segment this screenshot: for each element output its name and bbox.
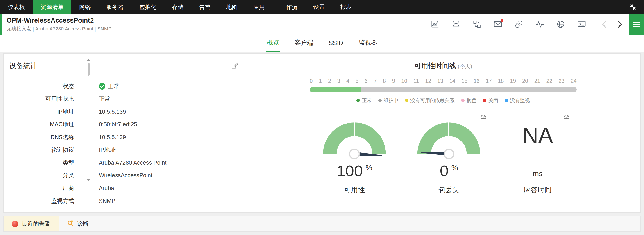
timeline-tick: 12: [425, 78, 431, 84]
page-tab[interactable]: 概览: [266, 39, 280, 51]
link-icon[interactable]: [514, 20, 523, 29]
stat-row: MAC地址 0:50:bf:7:ed:25: [4, 118, 246, 131]
device-subtitle: 无线接入点 | Aruba A7280 Access Point | SNMP: [6, 26, 112, 32]
stat-value: 正常: [108, 82, 119, 90]
globe-icon[interactable]: [556, 20, 565, 29]
timeline-tick: 18: [498, 78, 504, 84]
legend-label: 搁置: [466, 97, 476, 104]
nav-item[interactable]: 应用: [246, 0, 272, 14]
scroll-up-arrow[interactable]: [87, 59, 90, 61]
legend-label: 没有监视: [510, 97, 530, 104]
nav-item[interactable]: 资源清单: [33, 0, 72, 14]
stat-label: MAC地址: [4, 120, 74, 128]
timeline-legend: 正常 维护中 没有可用的依赖关系: [310, 97, 577, 104]
nav-item[interactable]: 虚拟化: [131, 0, 164, 14]
legend-item: 没有可用的依赖关系: [405, 97, 455, 104]
legend-dot: [405, 99, 408, 102]
next-device-button[interactable]: [615, 20, 624, 29]
scrollbar-thumb[interactable]: [88, 63, 90, 76]
status-accent-bar: [0, 14, 2, 35]
stat-value: 10.5.5.139: [99, 134, 126, 140]
nav-items: 仪表板 资源清单 网络 服务器 虚拟化 存储 告警 地图 应用 工作流 设置: [0, 0, 360, 14]
nav-item[interactable]: 报表: [332, 0, 360, 14]
nav-item[interactable]: 网络: [72, 0, 98, 14]
availability-value: 100: [337, 162, 363, 179]
legend-item: 维护中: [378, 97, 398, 104]
stat-value: 0:50:bf:7:ed:25: [99, 121, 137, 128]
header-actions: [430, 20, 629, 29]
timeline-tick: 14: [450, 78, 455, 84]
hamburger-menu-button[interactable]: [629, 14, 644, 35]
timeline-tick: 16: [474, 78, 480, 84]
response-time-value: NA: [502, 113, 573, 156]
availability-metric: 100% 可用性: [314, 113, 396, 195]
nav-item[interactable]: 存储: [164, 0, 191, 14]
page-tab[interactable]: SSID: [328, 40, 344, 51]
timeline-tick: 6: [364, 78, 368, 84]
collapse-icon[interactable]: [628, 3, 638, 12]
stat-row: IP地址 10.5.5.139: [4, 105, 246, 118]
legend-label: 正常: [362, 97, 372, 104]
stat-value: WirelessAccessPoint: [99, 172, 152, 179]
stat-value: 正常: [99, 95, 110, 103]
nav-item[interactable]: 地图: [218, 0, 246, 14]
availability-panel: 可用性时间线(今天) 01234567891011121314151617181…: [246, 54, 640, 212]
device-pager: [600, 20, 624, 29]
timeline-bar[interactable]: [310, 87, 577, 92]
nav-item[interactable]: 工作流: [272, 0, 305, 14]
packet-loss-metric: 0% 包丢失: [408, 113, 490, 195]
timeline-tick: 5: [356, 78, 358, 84]
stat-label: 监视方式: [4, 197, 74, 205]
stat-value: SNMP: [99, 198, 116, 204]
timeline-tick: 4: [346, 78, 349, 84]
device-header: OPM-WirelessAccessPoint2 无线接入点 | Aruba A…: [0, 14, 644, 35]
stats-scrollbar[interactable]: [86, 59, 92, 181]
timeline-tick: 20: [522, 78, 528, 84]
gauge-pivot: [349, 149, 360, 159]
nav-item[interactable]: 服务器: [98, 0, 131, 14]
legend-item: 关闭: [483, 97, 498, 104]
diagnose-tab[interactable]: 诊断: [59, 216, 97, 231]
legend-item: 没有监视: [505, 97, 530, 104]
mail-badge: [501, 19, 504, 22]
legend-dot: [483, 99, 486, 102]
stat-label: 可用性状态: [4, 95, 74, 103]
stat-label: 轮询协议: [4, 146, 74, 154]
alarm-ball-icon: !: [12, 220, 18, 227]
response-time-label: 应答时间: [502, 185, 573, 195]
page-tab[interactable]: 客户端: [294, 39, 314, 51]
nav-item[interactable]: 设置: [305, 0, 332, 14]
recent-alarms-tab[interactable]: ! 最近的告警: [4, 216, 59, 231]
timeline-tick: 15: [462, 78, 468, 84]
mail-icon[interactable]: [493, 20, 502, 29]
edit-device-icon[interactable]: [231, 62, 238, 70]
scroll-down-arrow[interactable]: [87, 179, 90, 181]
threshold-settings-icon[interactable]: [563, 113, 570, 121]
nav-item[interactable]: 告警: [191, 0, 218, 14]
nav-item[interactable]: 仪表板: [0, 0, 33, 14]
alarm-beacon-icon[interactable]: [452, 20, 460, 29]
sparkline-icon[interactable]: [535, 20, 544, 29]
stat-value: 10.5.5.139: [99, 108, 126, 115]
page-tabs: 概览 客户端 SSID 监视器: [0, 35, 644, 52]
overview-card: 设备统计 状态: [4, 54, 641, 213]
stat-row: 监视方式 SNMP: [4, 195, 246, 207]
diagnose-icon: [67, 220, 74, 228]
page-tab[interactable]: 监视器: [358, 39, 378, 51]
bottom-tab-strip: ! 最近的告警 诊断: [4, 216, 641, 231]
stat-row: 类型 Aruba A7280 Access Point: [4, 156, 246, 169]
timeline-tick: 13: [437, 78, 443, 84]
stat-label: DNS名称: [4, 133, 74, 141]
metrics-row: 100% 可用性: [246, 113, 640, 195]
timeline-tick: 2: [328, 78, 331, 84]
stat-row: 状态 正常: [4, 80, 246, 93]
diagnose-label: 诊断: [77, 220, 89, 228]
timeline-tick: 1: [319, 78, 322, 84]
status-ok-icon: [99, 83, 106, 90]
timeline-tick: 22: [546, 78, 552, 84]
traffic-icon[interactable]: [472, 20, 482, 29]
prev-device-button[interactable]: [600, 20, 609, 29]
timeline-tick: 21: [534, 78, 540, 84]
performance-graph-icon[interactable]: [430, 20, 440, 29]
console-icon[interactable]: [577, 20, 586, 29]
